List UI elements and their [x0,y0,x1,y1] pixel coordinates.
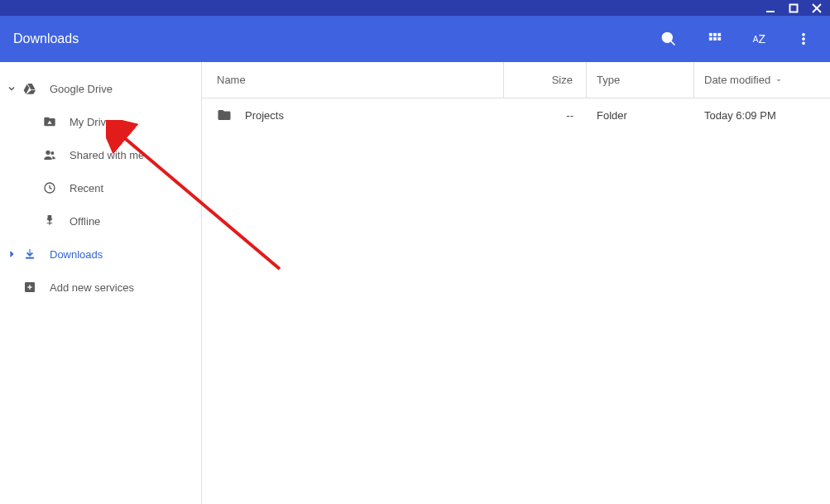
recent-icon [43,181,56,194]
sidebar-item-label: Offline [70,215,100,228]
maximize-button[interactable] [789,3,799,13]
file-size: -- [566,109,573,122]
toolbar: Downloads AZ [0,16,830,62]
my-drive-icon [43,115,56,128]
window-titlebar [0,0,830,16]
sidebar-item-offline[interactable]: Offline [0,204,201,238]
sidebar-item-label: Add new services [50,281,134,294]
column-name[interactable]: Name [202,62,504,98]
table-body: Projects -- Folder Today 6:09 PM [202,98,830,132]
add-box-icon [23,281,36,294]
minimize-button[interactable] [765,3,775,13]
offline-pin-icon [43,214,56,228]
page-title: Downloads [13,31,660,46]
download-icon [23,247,36,261]
sort-descending-icon [774,75,784,85]
svg-rect-10 [713,38,716,41]
close-button[interactable] [812,3,822,13]
file-name: Projects [245,109,284,122]
sidebar-item-add-services[interactable]: Add new services [0,271,201,304]
table-row[interactable]: Projects -- Folder Today 6:09 PM [202,98,830,132]
sidebar: Google Drive My Drive Shared with me Rec… [0,62,202,504]
chevron-right-icon[interactable] [0,249,23,259]
sidebar-item-shared-with-me[interactable]: Shared with me [0,138,201,171]
svg-rect-9 [709,38,712,41]
sort-az-icon[interactable]: AZ [753,31,765,47]
sidebar-item-label: Recent [70,182,103,194]
svg-rect-8 [718,33,721,36]
file-type: Folder [597,109,627,122]
svg-rect-7 [713,33,716,36]
svg-point-14 [803,42,805,45]
file-date: Today 6:09 PM [704,109,776,122]
svg-rect-11 [718,38,721,41]
file-list: Name Size Type Date modified Projects --… [202,62,830,504]
toolbar-actions: AZ [660,31,817,47]
sidebar-item-recent[interactable]: Recent [0,171,201,204]
chevron-down-icon[interactable] [0,84,23,94]
search-icon[interactable] [660,31,677,47]
sidebar-item-label: Shared with me [70,149,144,161]
svg-rect-6 [709,33,712,36]
column-date-modified[interactable]: Date modified [694,62,830,98]
svg-point-17 [50,151,54,155]
svg-line-5 [670,41,674,46]
sidebar-item-label: Google Drive [50,83,113,95]
svg-point-4 [662,33,672,43]
table-header: Name Size Type Date modified [202,62,830,98]
google-drive-icon [23,82,36,95]
svg-point-13 [803,38,805,41]
shared-icon [43,148,56,161]
sidebar-item-label: Downloads [50,248,103,261]
view-grid-icon[interactable] [707,31,723,47]
svg-point-16 [46,151,50,155]
svg-rect-1 [790,4,798,12]
more-options-icon[interactable] [795,31,812,47]
column-size[interactable]: Size [504,62,587,98]
column-type[interactable]: Type [587,62,694,98]
sidebar-item-my-drive[interactable]: My Drive [0,105,201,138]
sidebar-item-downloads[interactable]: Downloads [0,238,201,271]
sidebar-item-google-drive[interactable]: Google Drive [0,72,201,105]
svg-point-12 [803,33,805,36]
sidebar-item-label: My Drive [70,116,112,128]
folder-icon [217,108,232,122]
